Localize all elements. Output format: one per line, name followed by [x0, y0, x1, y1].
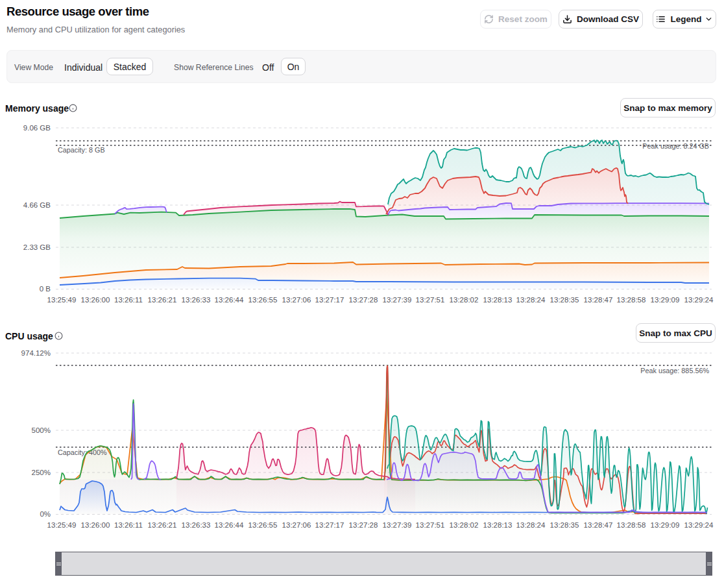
- svg-text:974.12%: 974.12%: [21, 349, 51, 357]
- svg-text:13:26:33: 13:26:33: [182, 296, 211, 304]
- svg-text:13:29:24: 13:29:24: [684, 521, 714, 529]
- svg-text:13:28:02: 13:28:02: [450, 296, 479, 304]
- svg-text:13:29:09: 13:29:09: [651, 521, 680, 529]
- svg-text:13:27:06: 13:27:06: [282, 521, 311, 529]
- svg-text:Peak usage: 8.24 GB: Peak usage: 8.24 GB: [642, 142, 709, 150]
- svg-text:13:27:28: 13:27:28: [349, 296, 378, 304]
- svg-text:13:25:49: 13:25:49: [47, 521, 77, 529]
- svg-text:13:26:11: 13:26:11: [114, 296, 143, 304]
- svg-text:13:26:44: 13:26:44: [215, 521, 244, 529]
- svg-text:Capacity: 400%: Capacity: 400%: [58, 448, 107, 456]
- svg-text:13:28:13: 13:28:13: [483, 296, 513, 304]
- svg-text:13:26:55: 13:26:55: [248, 521, 278, 529]
- svg-text:13:28:35: 13:28:35: [550, 521, 579, 529]
- svg-text:13:28:35: 13:28:35: [550, 296, 579, 304]
- svg-text:13:27:17: 13:27:17: [315, 521, 344, 529]
- svg-text:13:26:00: 13:26:00: [81, 296, 110, 304]
- svg-text:13:26:11: 13:26:11: [114, 521, 143, 529]
- svg-text:2.33 GB: 2.33 GB: [23, 243, 51, 251]
- svg-text:13:26:21: 13:26:21: [148, 296, 177, 304]
- svg-text:13:27:51: 13:27:51: [416, 521, 445, 529]
- svg-text:13:27:39: 13:27:39: [383, 296, 412, 304]
- svg-text:500%: 500%: [32, 426, 51, 434]
- svg-text:13:28:58: 13:28:58: [617, 296, 646, 304]
- svg-text:250%: 250%: [32, 469, 51, 476]
- svg-text:13:28:24: 13:28:24: [516, 296, 546, 304]
- svg-text:4.66 GB: 4.66 GB: [23, 201, 51, 209]
- svg-text:9.06 GB: 9.06 GB: [23, 124, 51, 132]
- svg-text:13:27:51: 13:27:51: [416, 296, 445, 304]
- svg-text:13:29:24: 13:29:24: [684, 296, 714, 304]
- svg-text:13:26:55: 13:26:55: [248, 296, 278, 304]
- svg-text:13:28:13: 13:28:13: [483, 521, 513, 529]
- svg-text:13:27:28: 13:27:28: [349, 521, 378, 529]
- svg-text:13:27:17: 13:27:17: [315, 296, 344, 304]
- svg-text:13:27:06: 13:27:06: [282, 296, 311, 304]
- svg-text:13:27:39: 13:27:39: [383, 521, 412, 529]
- svg-text:Peak usage: 885.56%: Peak usage: 885.56%: [640, 367, 709, 374]
- svg-text:13:28:24: 13:28:24: [516, 521, 546, 529]
- svg-text:13:28:47: 13:28:47: [584, 296, 613, 304]
- svg-text:13:25:49: 13:25:49: [47, 296, 77, 304]
- svg-text:0 B: 0 B: [40, 285, 51, 293]
- svg-text:Capacity: 8 GB: Capacity: 8 GB: [58, 146, 105, 154]
- svg-text:13:26:00: 13:26:00: [81, 521, 110, 529]
- svg-text:13:26:33: 13:26:33: [182, 521, 211, 529]
- svg-text:13:26:44: 13:26:44: [215, 296, 244, 304]
- svg-text:13:28:47: 13:28:47: [584, 521, 613, 529]
- svg-text:13:26:21: 13:26:21: [148, 521, 177, 529]
- svg-text:0%: 0%: [40, 510, 51, 518]
- svg-text:13:28:58: 13:28:58: [617, 521, 646, 529]
- svg-text:13:28:02: 13:28:02: [450, 521, 479, 529]
- svg-text:13:29:09: 13:29:09: [651, 296, 680, 304]
